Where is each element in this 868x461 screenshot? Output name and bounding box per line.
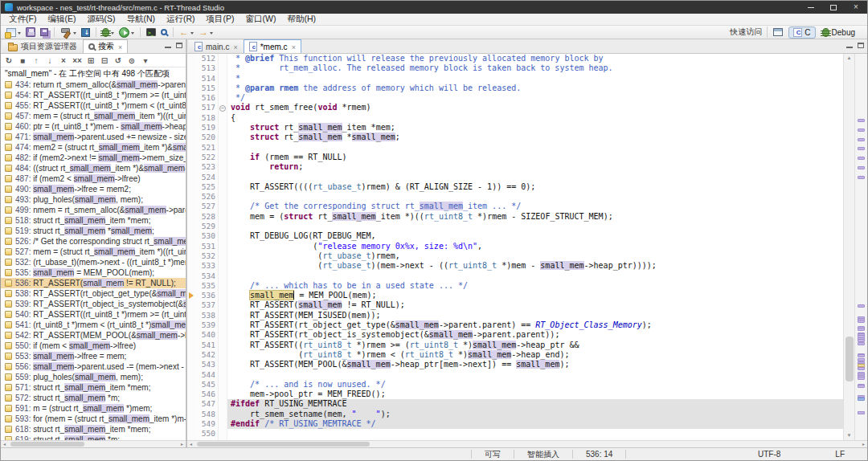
rerun-search-icon[interactable]: ↻ [2, 56, 15, 65]
stop-search-icon[interactable]: ■ [16, 56, 29, 65]
code-line[interactable]: struct rt_small_mem *small_mem; [227, 133, 843, 142]
close-tab-icon[interactable] [291, 43, 296, 51]
occurrence-marker[interactable] [858, 377, 865, 380]
occurrence-marker[interactable] [858, 166, 865, 169]
search-result-row[interactable]: 540: RT_ASSERT((rt_uint8_t *)rmem >= (rt… [1, 309, 186, 320]
code-line[interactable]: RT_ASSERT((rt_uint8_t *)rmem >= (rt_uint… [227, 341, 843, 350]
search-result-row[interactable]: 619: struct rt_small_mem *m; [1, 434, 186, 440]
remove-match-icon[interactable]: × [57, 56, 70, 65]
code-line[interactable]: void rt_smem_free(void *rmem) [227, 103, 843, 112]
search-result-row[interactable]: 542: RT_ASSERT(MEM_POOL(&small_mem->heap… [1, 330, 186, 341]
search-result-row[interactable]: 550: if (mem < small_mem->lfree) [1, 341, 186, 351]
code-line[interactable]: RT_ASSERT((((rt_ubase_t)rmem) & (RT_ALIG… [227, 182, 843, 192]
code-line[interactable]: /* ... which has to be in a used state .… [227, 281, 843, 291]
code-line[interactable] [227, 192, 843, 202]
code-line[interactable] [227, 271, 843, 281]
menu-item[interactable]: 源码(S) [81, 14, 121, 25]
search-result-row[interactable]: 484: ((struct rt_small_mem_item *)&small… [1, 163, 186, 173]
code-line[interactable]: (rt_uint8_t *)rmem < (rt_uint8_t *)small… [227, 350, 843, 360]
search-result-row[interactable]: 487: if (mem2 < small_mem->lfree) [1, 173, 186, 184]
occurrence-marker[interactable] [858, 138, 865, 141]
menu-item[interactable]: 项目(P) [201, 14, 240, 25]
maximize-editor-icon[interactable] [858, 43, 864, 48]
tab-main-c[interactable]: main.c [189, 39, 244, 53]
search-result-row[interactable]: 571: struct rt_small_mem_item *mem; [1, 382, 186, 393]
occurrence-marker[interactable] [858, 176, 865, 179]
code-line[interactable]: rt_smem_setname(mem, " "); [227, 410, 843, 419]
code-line[interactable]: */ [227, 93, 843, 103]
code-line[interactable]: mem->pool_ptr = MEM_FREED(); [227, 390, 843, 399]
search-result-row[interactable]: 527: mem = (struct rt_small_mem_item *)(… [1, 247, 186, 257]
search-button[interactable] [159, 26, 169, 39]
code-line[interactable]: * rt_mem_alloc. The released memory bloc… [227, 63, 843, 73]
occurrence-marker[interactable] [858, 157, 865, 160]
code-line[interactable]: (rt_ubase_t)(mem->next - ((rt_uint8_t *)… [227, 261, 843, 271]
search-result-row[interactable]: 471: small_mem->parent.used += newsize -… [1, 132, 186, 142]
code-line[interactable]: { [227, 113, 843, 123]
code-line[interactable]: RT_DEBUG_LOG(RT_DEBUG_MEM, [227, 231, 843, 241]
search-result-row[interactable]: 519: struct rt_small_mem *small_mem; [1, 226, 186, 236]
menu-item[interactable]: 运行(R) [161, 14, 201, 25]
menu-item[interactable]: 文件(F) [3, 14, 42, 25]
search-result-row[interactable]: 618: struct rt_small_mem_item *mem; [1, 424, 186, 434]
previous-match-icon[interactable]: ↑ [30, 56, 43, 65]
occurrence-marker[interactable] [858, 354, 865, 357]
occurrence-marker[interactable] [858, 367, 865, 370]
code-line[interactable] [227, 143, 843, 153]
code-line[interactable]: RT_ASSERT(MEM_ISUSED(mem)); [227, 311, 843, 320]
search-result-row[interactable]: 535: small_mem = MEM_POOL(mem); [1, 267, 186, 278]
folding-ruler[interactable]: − [219, 54, 227, 440]
occurrence-marker[interactable] [858, 304, 865, 308]
editor-horizontal-scrollbar[interactable]: ◂ ▸ [187, 440, 867, 447]
code-line[interactable]: RT_ASSERT(rt_object_is_systemobject(&sma… [227, 330, 843, 340]
minimize-editor-icon[interactable] [846, 47, 853, 48]
code-line[interactable] [227, 222, 843, 231]
search-result-row[interactable]: 532: (rt_ubase_t)(mem->next - ((rt_uint8… [1, 257, 186, 267]
occurrence-marker[interactable] [858, 119, 865, 122]
code-line[interactable]: RT_ASSERT(MEM_POOL(&small_mem->heap_ptr[… [227, 360, 843, 369]
search-result-row[interactable]: 541: (rt_uint8_t *)rmem < (rt_uint8_t *)… [1, 320, 186, 330]
maximize-view-icon[interactable] [176, 43, 182, 48]
menu-item[interactable]: 导航(N) [121, 14, 161, 25]
search-result-row[interactable]: 490: small_mem->lfree = mem2; [1, 184, 186, 194]
view-menu-icon[interactable]: ▾ [139, 56, 152, 65]
menu-item[interactable]: 窗口(W) [240, 14, 282, 25]
code-line[interactable]: * @brief This function will release the … [227, 54, 843, 63]
line-number-ruler[interactable]: 5125135145155165175185195205215225235245… [197, 54, 219, 440]
tab-project-explorer[interactable]: 项目资源管理器 [2, 39, 83, 53]
code-line[interactable] [227, 173, 843, 182]
code-line[interactable]: RT_ASSERT(rt_object_get_type(&small_mem-… [227, 320, 843, 330]
bookmark-marker[interactable] [858, 398, 865, 401]
minimize-button[interactable] [800, 1, 822, 14]
search-horizontal-scrollbar[interactable]: ◂ ▸ [1, 440, 186, 447]
vertical-scrollbar[interactable]: ▲ ▼ [843, 54, 854, 440]
search-result-row[interactable]: 526: /* Get the corresponding struct rt_… [1, 236, 186, 247]
collapse-all-icon[interactable]: ⊟ [98, 56, 111, 65]
menu-item[interactable]: 帮助(H) [281, 14, 321, 25]
close-button[interactable]: × [845, 1, 867, 14]
maximize-button[interactable] [822, 1, 845, 14]
code-line[interactable]: if (rmem == RT_NULL) [227, 153, 843, 162]
run-play-button[interactable] [117, 26, 136, 39]
quick-access[interactable]: 快速访问 [730, 27, 768, 38]
search-result-row[interactable]: 474: mem2 = (struct rt_small_mem_item *)… [1, 142, 186, 153]
minimize-view-icon[interactable] [165, 47, 171, 48]
close-tab-icon[interactable] [232, 43, 237, 51]
close-tab-icon[interactable] [117, 43, 122, 51]
collapse-fold-icon[interactable]: − [219, 105, 226, 112]
pin-view-icon[interactable]: ⊙ [125, 56, 138, 65]
search-history-icon[interactable]: ↺ [112, 56, 125, 65]
occurrence-marker[interactable] [858, 129, 865, 132]
code-line[interactable]: RT_ASSERT(small_mem != RT_NULL); [227, 300, 843, 310]
build-hammer-button[interactable] [59, 26, 78, 39]
tab-search[interactable]: 搜索 [83, 39, 128, 53]
search-result-row[interactable]: 482: if (mem2->next != small_mem->mem_si… [1, 153, 186, 163]
search-result-row[interactable]: 536: RT_ASSERT(small_mem != RT_NULL); [1, 278, 186, 288]
occurrence-marker[interactable] [858, 320, 865, 323]
code-line[interactable]: /* Get the corresponding struct rt_small… [227, 202, 843, 211]
code-line[interactable] [227, 429, 843, 439]
search-result-row[interactable]: 593: for (mem = (struct rt_small_mem_ite… [1, 414, 186, 424]
annotation-ruler[interactable] [187, 54, 197, 440]
search-result-row[interactable]: 559: plug_holes(small_mem, mem); [1, 372, 186, 382]
menu-item[interactable]: 编辑(E) [42, 14, 81, 25]
